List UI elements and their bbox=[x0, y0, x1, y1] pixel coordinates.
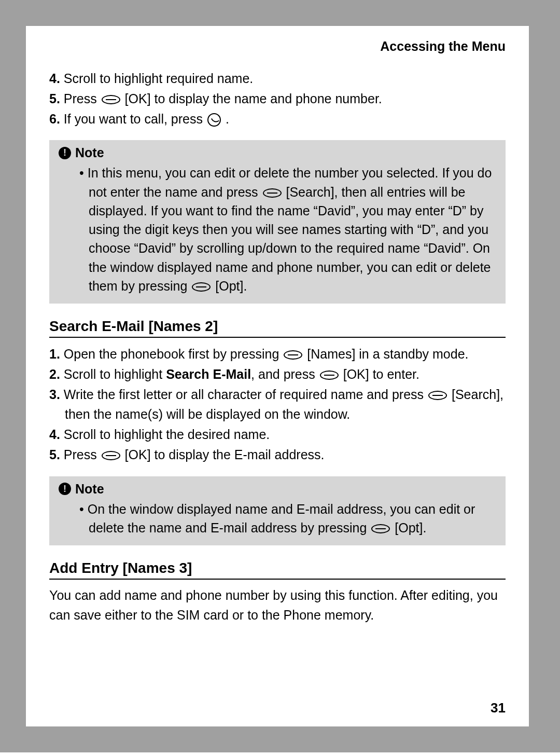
search-email-steps: 1. Open the phonebook first by pressing … bbox=[49, 344, 506, 465]
search-key-icon bbox=[428, 391, 447, 400]
call-key-icon bbox=[207, 113, 221, 127]
manual-page: Accessing the Menu 4. Scroll to highligh… bbox=[26, 26, 529, 726]
scan-frame: Accessing the Menu 4. Scroll to highligh… bbox=[0, 0, 560, 752]
ok-key-icon bbox=[102, 95, 120, 104]
note-header: ! Note bbox=[59, 145, 496, 160]
se-step-5: 5. Press [OK] to display the E-mail addr… bbox=[49, 445, 506, 465]
note-bullet: • On the window displayed name and E-mai… bbox=[59, 500, 496, 538]
note-exclaim-icon: ! bbox=[59, 147, 71, 159]
opt-key-icon bbox=[192, 282, 211, 292]
search-key-icon bbox=[263, 188, 282, 198]
opt-key-icon bbox=[371, 524, 390, 533]
se-step-1: 1. Open the phonebook first by pressing … bbox=[49, 344, 506, 364]
add-entry-paragraph: You can add name and phone number by usi… bbox=[49, 586, 506, 625]
page-number: 31 bbox=[491, 700, 506, 716]
note-box-1: ! Note • In this menu, you can edit or d… bbox=[49, 140, 506, 304]
note-header: ! Note bbox=[59, 482, 496, 497]
se-step-2: 2. Scroll to highlight Search E-Mail, an… bbox=[49, 364, 506, 385]
note-bullet: • In this menu, you can edit or delete t… bbox=[59, 163, 496, 295]
ok-key-icon bbox=[102, 451, 120, 460]
ok-key-icon bbox=[320, 370, 339, 380]
step-6: 6. If you want to call, press . bbox=[49, 109, 506, 129]
step-5: 5. Press [OK] to display the name and ph… bbox=[49, 89, 506, 109]
step-4: 4. Scroll to highlight required name. bbox=[49, 68, 506, 89]
section-heading-add-entry: Add Entry [Names 3] bbox=[49, 560, 506, 580]
note-box-2: ! Note • On the window displayed name an… bbox=[49, 476, 506, 546]
page-header: Accessing the Menu bbox=[49, 39, 506, 54]
se-step-3: 3. Write the first letter or all charact… bbox=[49, 385, 506, 425]
note-label: Note bbox=[75, 482, 104, 497]
names-key-icon bbox=[284, 350, 302, 360]
note-exclaim-icon: ! bbox=[59, 483, 71, 495]
section-heading-search-email: Search E-Mail [Names 2] bbox=[49, 318, 506, 338]
se-step-4: 4. Scroll to highlight the desired name. bbox=[49, 424, 506, 445]
top-steps: 4. Scroll to highlight required name. 5.… bbox=[49, 68, 506, 129]
note-label: Note bbox=[75, 145, 104, 160]
